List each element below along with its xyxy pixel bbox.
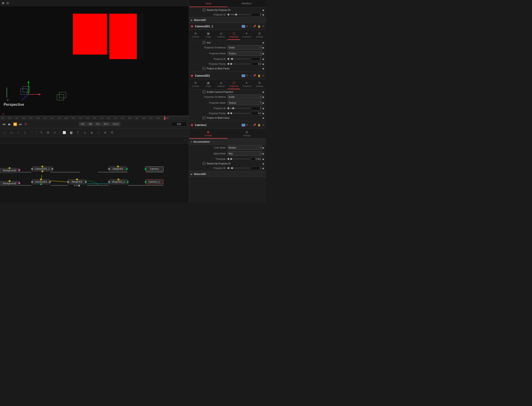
camera1-proj-mode-dropdown[interactable]: Texture ▾ [227,51,262,56]
camera1-material-tab[interactable]: ◎ Material [215,31,227,40]
catcher-color-swatch[interactable] [242,124,245,126]
camera1-projector-id-input[interactable]: 1 [251,57,262,61]
catcher-projector-id-input[interactable]: 1 [251,167,262,170]
restrict-projector-checkbox[interactable] [203,9,205,11]
camera1-settings-tab[interactable]: ⚙ Settings [253,31,266,40]
camera1-color-swatch[interactable] [242,25,245,28]
camera1-image-tab[interactable]: ▣ Image [202,31,215,40]
node-shape3d1-1[interactable]: Shape3D1_1 [109,179,128,184]
camera2-material-tab[interactable]: ◎ Material [215,80,227,89]
tools-tab[interactable]: Tools [189,0,227,7]
camera1-projection-tab[interactable]: ⬡ Projection [227,31,240,40]
camera-icon[interactable]: ⟳ [6,1,9,5]
node-merge3d2[interactable]: Merge3D2 [68,179,86,187]
camera1-lock-icon[interactable]: 🔒 [258,25,261,28]
camera2-lock-icon[interactable]: 🔒 [258,74,261,77]
catcher-restrict-checkbox[interactable] [203,162,205,165]
aprx-button[interactable]: APrx [102,122,110,126]
accumulation-section[interactable]: ▾ Accumulation [189,139,266,145]
node-background1[interactable]: Background1 [0,167,19,173]
catcher-lock-icon[interactable]: 🔒 [258,123,261,126]
camera1-enable-checkbox[interactable] [203,41,205,44]
mesh-tool[interactable]: ⊞ [45,130,51,136]
curve-tool[interactable]: ⌀ [82,130,88,136]
catcher-dropdown-icon[interactable]: ▾ [247,123,248,126]
camera2-priority-slider[interactable] [230,113,250,114]
shape-tool[interactable]: ◈ [88,130,95,136]
camera2-pin-icon[interactable]: 📌 [253,74,256,77]
camera1-controls-tab[interactable]: ⚙ Controls [189,31,202,40]
sphere-tool[interactable]: ⬤ [68,130,74,136]
threshold-input[interactable]: 0.001 [251,157,262,161]
catcher-controls-tab[interactable]: ⚙ Controls [189,130,227,138]
projector-id-slider[interactable] [230,14,250,15]
color-mode-dropdown[interactable]: Median ▾ [227,145,262,150]
skip-start-button[interactable]: ⏮ [2,122,6,126]
play-button[interactable]: ▶ [7,122,12,126]
camera1-projector-id-slider[interactable] [230,58,250,59]
camera2-controls-tab[interactable]: ⚙ Controls [189,80,202,89]
camera2-copy-icon[interactable]: ⬚ [249,74,252,77]
camera1-reset-icon[interactable]: ↺ [262,25,264,28]
camera2-enable-checkbox[interactable] [203,91,205,93]
hiq-button[interactable]: HiQ [79,122,86,126]
camera2-color-swatch[interactable] [242,74,245,77]
catcher-copy-icon[interactable]: ⬚ [249,123,252,126]
node-shape3d1[interactable]: Shape3D1 [109,166,127,171]
camera2-projector-id-slider[interactable] [230,108,250,109]
camera1-priority-input[interactable]: 0.0 [251,62,262,66]
extra-tool[interactable]: ⊕ [102,130,108,136]
material-id-section2-header[interactable]: ▶ MaterialID [189,171,266,177]
material-id-section-header[interactable]: ▶ MaterialID [189,17,266,23]
node-catcher1[interactable]: Catcher1 [145,166,164,171]
select-tool[interactable]: ⬚ [1,130,8,136]
node-catcher1-1[interactable]: Catcher1_1 [145,179,164,184]
paint-tool[interactable]: ⌒ [29,130,35,136]
camera2-proj-mode-dropdown[interactable]: Texture ▾ [227,101,262,105]
camera-view-tool[interactable]: ⦿ [109,130,115,136]
node-camera3d1[interactable]: Camera3D1 [32,179,50,185]
catcher-projector-id-slider[interactable] [230,168,250,168]
node-graph-menu[interactable]: ⋯ [183,138,187,142]
camera2-settings-tab[interactable]: ⚙ Settings [253,80,266,89]
circle-select-tool[interactable]: ○ [15,130,21,136]
lasso-tool[interactable]: ∫ [22,130,28,136]
node-background2[interactable]: Background2 [0,180,19,186]
mb-button[interactable]: MB [87,122,94,126]
fast-forward-button[interactable]: ⏩ [13,122,17,126]
camera2-projection-tab[interactable]: ⬡ Projection [227,80,240,89]
camera1-transform-tab[interactable]: ✦ Transform [240,31,253,40]
particle-tool[interactable]: ⋯ [95,130,102,136]
rect-select-tool[interactable]: ▭ [8,130,15,136]
skip-end-button[interactable]: ⏭ [18,122,23,126]
camera1-priority-slider[interactable] [230,64,250,64]
catcher-pin-icon[interactable]: 📌 [253,123,256,126]
camera1-dropdown-icon[interactable]: ▾ [247,25,248,28]
box-tool[interactable]: ⬜ [61,130,67,136]
catcher-settings-tab[interactable]: ⚙ Settings [227,130,266,138]
camera2-fit-dropdown[interactable]: Inside ▾ [227,95,262,99]
camera2-back-faces-checkbox[interactable] [203,116,205,119]
prx-button[interactable]: Prx [95,122,101,126]
camera2-dropdown-icon[interactable]: ▾ [247,74,248,77]
camera1-back-faces-checkbox[interactable] [203,67,205,70]
camera2-reset-icon[interactable]: ↺ [262,74,264,77]
projector-id-input[interactable]: 2 [251,13,262,16]
text-tool[interactable]: T [75,130,81,136]
some-button[interactable]: Some [111,122,120,126]
camera1-fit-dropdown[interactable]: Inside ▾ [227,45,262,50]
camera1-pin-icon[interactable]: 📌 [253,25,256,28]
camera1-copy-icon[interactable]: ⬚ [249,25,252,28]
move-icon[interactable]: ✥ [2,1,5,5]
loop-button[interactable]: ↻ [24,122,28,126]
camera2-projector-id-input[interactable]: 2 [251,107,262,110]
threshold-slider[interactable] [230,159,250,160]
dots-tool[interactable]: ⠿ [38,130,45,136]
poly-tool[interactable]: ⬡ [52,130,58,136]
node-camera3d1-1[interactable]: Camera3D1_1 [32,166,52,172]
camera2-image-tab[interactable]: ▣ Image [202,80,215,89]
camera2-transform-tab[interactable]: ✦ Transform [240,80,253,89]
camera2-priority-input[interactable]: 0.0 [251,112,262,115]
catcher-reset-icon[interactable]: ↺ [262,123,264,126]
alpha-mode-dropdown[interactable]: Max ▾ [227,151,262,156]
